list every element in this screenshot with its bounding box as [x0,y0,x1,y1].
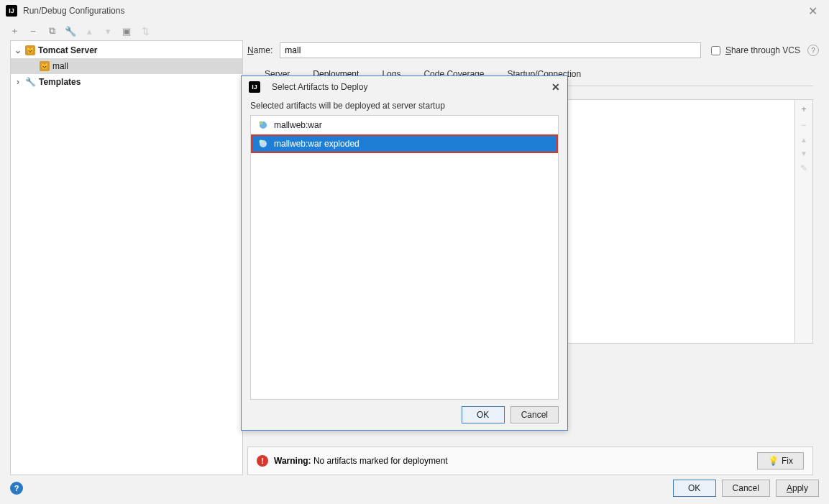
artifact-label: mallweb:war exploded [274,139,359,149]
cancel-button[interactable]: Cancel [722,480,770,497]
svg-point-1 [260,122,263,125]
move-up-button[interactable]: ▴ [83,25,95,37]
expand-toggle-icon[interactable]: ⌄ [14,45,22,55]
wrench-icon: 🔧 [25,77,36,87]
help-icon[interactable]: ? [807,45,819,56]
tree-tomcat-server[interactable]: ⌄ 🐱 Tomcat Server [11,42,242,58]
expand-toggle-icon[interactable]: › [14,77,22,87]
apply-button[interactable]: Apply [776,480,819,497]
sort-button[interactable]: ⇅ [139,25,151,37]
warning-bar: ! Warning: No artifacts marked for deplo… [247,446,813,475]
edit-config-button[interactable]: 🔧 [65,25,76,37]
tomcat-icon: 🐱 [25,45,35,55]
name-label: Name: [247,45,272,55]
tree-label: Templates [39,77,81,87]
add-artifact-button[interactable]: + [801,104,806,114]
tree-templates[interactable]: › 🔧 Templates [11,74,242,90]
intellij-icon: IJ [249,81,260,93]
tree-item-mall[interactable]: 🐱 mall [11,58,242,74]
move-down-button[interactable]: ▾ [102,25,114,37]
remove-config-button[interactable]: − [27,25,39,37]
titlebar: IJ Run/Debug Configurations ✕ [0,0,829,22]
warning-text: No artifacts marked for deployment [313,456,448,466]
warning-label: Warning: [274,456,311,466]
dialog-ok-button[interactable]: OK [462,406,505,423]
artifact-icon [258,139,268,149]
fix-button[interactable]: 💡Fix [757,452,804,469]
remove-artifact-button[interactable]: − [801,120,806,130]
svg-point-3 [260,140,263,144]
dialog-cancel-button[interactable]: Cancel [510,406,559,423]
folder-button[interactable]: ▣ [121,25,132,37]
artifact-label: mallweb:war [274,120,322,130]
window-close-button[interactable]: ✕ [802,1,823,21]
tree-label: mall [52,61,68,71]
artifact-item[interactable]: mallweb:war [251,116,558,134]
ok-button[interactable]: OK [673,480,716,497]
warning-icon: ! [257,455,268,467]
copy-config-button[interactable]: ⧉ [46,25,58,37]
dialog-close-button[interactable]: ✕ [551,81,560,93]
config-toolbar: ＋ − ⧉ 🔧 ▴ ▾ ▣ ⇅ [0,22,829,40]
artifact-down-button[interactable]: ▼ [800,150,807,157]
help-button[interactable]: ? [10,482,23,495]
artifact-up-button[interactable]: ▲ [800,136,807,144]
edit-artifact-button[interactable]: ✎ [800,163,807,173]
artifact-list: mallweb:war mallweb:war exploded [250,115,559,400]
dialog-title: Select Artifacts to Deploy [272,82,367,92]
deployment-side-toolbar: + − ▲ ▼ ✎ [794,99,813,344]
config-tree-pane: ⌄ 🐱 Tomcat Server 🐱 mall › 🔧 Templates [10,40,243,475]
add-config-button[interactable]: ＋ [9,25,20,37]
dialog-description: Selected artifacts will be deployed at s… [242,98,567,115]
intellij-icon: IJ [6,5,17,17]
tree-label: Tomcat Server [38,45,97,55]
artifact-item-selected[interactable]: mallweb:war exploded [251,134,558,153]
artifact-icon [258,120,268,130]
share-vcs-checkbox[interactable]: Share through VCS [708,44,800,58]
select-artifacts-dialog: IJ Select Artifacts to Deploy ✕ Selected… [241,75,568,431]
tomcat-local-icon: 🐱 [40,61,50,71]
window-title: Run/Debug Configurations [23,6,124,16]
config-name-input[interactable] [280,42,701,58]
